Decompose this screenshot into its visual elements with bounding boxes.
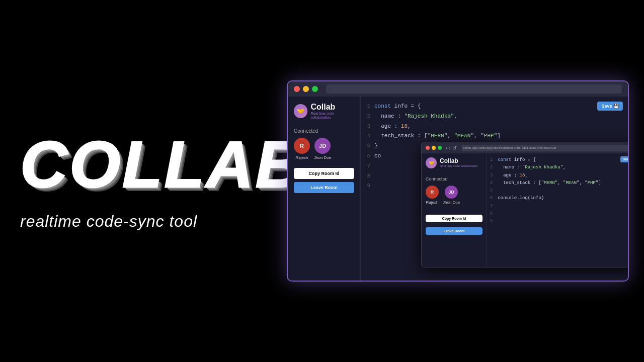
inner-code-lines: 1 const info = { 2 name : "Rajesh Khadka…	[490, 156, 628, 226]
inner-urlbar[interactable]: collab-app.netlify.app/editor/col6b6c8-8…	[461, 145, 628, 151]
inner-titlebar: ‹ › ↺ collab-app.netlify.app/editor/col6…	[422, 142, 628, 153]
avatar-jd-name: Jhon Doe	[314, 155, 331, 160]
code-line-2: 2 name : "Rajesh Khadka",	[363, 112, 623, 122]
inner-line-6: 6 console.log(info)	[490, 195, 628, 202]
inner-avatars-row: R Rajesh JD Jhon Doe	[426, 186, 482, 205]
inner-code-editor: Save 💾 1 const info = { 2 name : "Rajesh…	[487, 153, 628, 267]
traffic-dot-red[interactable]	[294, 86, 300, 92]
outer-save-button[interactable]: Save 💾	[597, 102, 623, 111]
avatars-row: R Rajesh JD Jhon Doe	[294, 138, 354, 160]
inner-line-2: 2 name : "Rajesh Khadka",	[490, 164, 628, 171]
inner-line-7: 7	[490, 203, 628, 210]
inner-avatar-r: R	[426, 186, 439, 199]
inner-app-logo: 🤝 Collab Real time code collaboration	[426, 157, 482, 168]
inner-nav-back[interactable]: ‹	[446, 145, 447, 151]
inner-dot-red[interactable]	[426, 146, 430, 150]
inner-avatar-rajesh: R Rajesh	[426, 186, 439, 205]
app-logo-icon: 🤝	[294, 104, 307, 118]
leave-room-button[interactable]: Leave Room	[294, 182, 354, 193]
inner-browser-window: ‹ › ↺ collab-app.netlify.app/editor/col6…	[421, 142, 628, 267]
inner-line-5: 5	[490, 187, 628, 195]
copy-room-button[interactable]: Copy Room Id	[294, 168, 354, 179]
inner-logo-name: Collab	[440, 157, 478, 164]
app-logo-text-group: Collab Real time code collaboration	[310, 103, 354, 120]
inner-connected-label: Connected	[426, 176, 482, 182]
app-logo-name: Collab	[310, 103, 354, 112]
inner-nav-btns: ‹ › ↺	[446, 145, 456, 151]
app-subtitle: realtime code-sync tool	[20, 212, 272, 231]
inner-line-1: 1 const info = {	[490, 156, 628, 164]
browser-urlbar[interactable]	[326, 84, 622, 94]
browser-titlebar	[288, 81, 628, 97]
outer-code-editor: Save 💾 1 const info = { 2 name : "Rajesh…	[361, 97, 628, 281]
inner-line-4: 4 tech_stack : ["MERN", "MEAN", "PHP"]	[490, 179, 628, 187]
inner-nav-refresh[interactable]: ↺	[452, 145, 456, 151]
inner-dot-green[interactable]	[438, 146, 442, 150]
outer-app-sidebar: 🤝 Collab Real time code collaboration Co…	[288, 97, 361, 281]
inner-line-9: 9	[490, 218, 628, 225]
inner-avatar-jd: JD	[445, 186, 458, 199]
app-logo-subtitle: Real time code collaboration	[310, 112, 354, 120]
inner-dot-yellow[interactable]	[432, 146, 436, 150]
browser-wrapper: 🤝 Collab Real time code collaboration Co…	[287, 80, 629, 282]
traffic-dot-green[interactable]	[312, 86, 318, 92]
avatar-r-name: Rajesh	[296, 155, 308, 160]
app-area: 🤝 Collab Real time code collaboration Co…	[288, 97, 628, 281]
inner-line-3: 3 age : 18,	[490, 172, 628, 179]
inner-nav-forward[interactable]: ›	[449, 145, 450, 151]
inner-leave-room-btn[interactable]: Leave Room	[426, 227, 482, 235]
avatar-jd-circle: JD	[314, 138, 331, 154]
code-line-1: 1 const info = {	[363, 102, 623, 112]
avatar-r-circle: R	[294, 138, 310, 154]
outer-browser-window: 🤝 Collab Real time code collaboration Co…	[287, 80, 629, 282]
inner-line-8: 8	[490, 210, 628, 218]
connected-label: Connected	[294, 128, 354, 134]
inner-avatar-jhon: JD Jhon Doe	[443, 186, 460, 205]
inner-copy-room-btn[interactable]: Copy Room Id	[426, 215, 482, 222]
inner-logo-subtitle: Real time code collaboration	[440, 164, 478, 168]
code-line-3: 3 age : 18,	[363, 122, 623, 132]
inner-logo-text-group: Collab Real time code collaboration	[440, 157, 478, 168]
left-section: COLLAB realtime code-sync tool	[20, 132, 272, 231]
inner-avatar-r-name: Rajesh	[426, 200, 439, 205]
avatar-jhon: JD Jhon Doe	[314, 138, 331, 160]
app-logo: 🤝 Collab Real time code collaboration	[294, 103, 354, 120]
code-line-4: 4 tech_stack : ["MERN", "MEAN", "PHP"]	[363, 131, 623, 141]
avatar-rajesh: R Rajesh	[294, 138, 310, 160]
inner-logo-icon: 🤝	[426, 157, 437, 168]
inner-avatar-jd-name: Jhon Doe	[443, 200, 460, 205]
inner-save-button[interactable]: Save 💾	[620, 156, 628, 162]
inner-app-area: 🤝 Collab Real time code collaboration Co…	[422, 153, 628, 267]
inner-sidebar: 🤝 Collab Real time code collaboration Co…	[422, 153, 487, 267]
app-title: COLLAB	[20, 132, 272, 197]
inner-url-text: collab-app.netlify.app/editor/col6b6c8-8…	[463, 146, 556, 149]
traffic-dot-yellow[interactable]	[303, 86, 309, 92]
